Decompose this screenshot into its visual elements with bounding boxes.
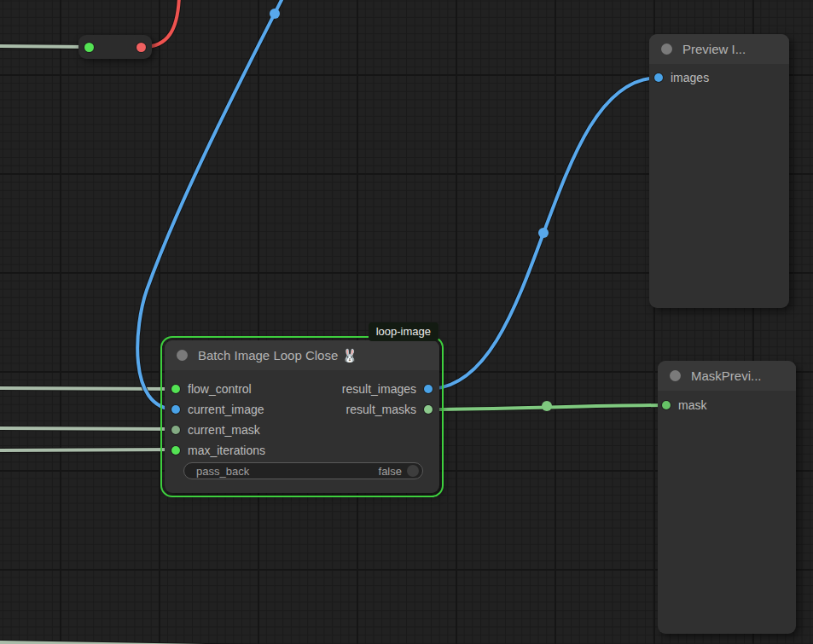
- input-port-mask[interactable]: [662, 401, 671, 409]
- collapsed-input-port[interactable]: [84, 43, 94, 52]
- input-row-mask: mask: [662, 395, 706, 415]
- widget-value: false: [379, 465, 402, 478]
- output-row-result-images: result_images: [342, 379, 433, 399]
- preview-image-node[interactable]: Preview I... images: [649, 34, 789, 308]
- input-row-current-mask: current_mask: [171, 420, 260, 440]
- collapse-dot-icon[interactable]: [670, 370, 681, 381]
- wire-max-iterations: [0, 450, 176, 450]
- output-port-result-masks[interactable]: [424, 405, 433, 414]
- input-port-flow-control[interactable]: [171, 385, 180, 393]
- input-port-images[interactable]: [654, 73, 663, 82]
- input-label: max_iterations: [188, 444, 265, 457]
- link-dot-result-images: [538, 228, 549, 238]
- input-label: current_image: [188, 403, 264, 416]
- node-graph-canvas[interactable]: loop-image Batch Image Loop Close 🐰 flow…: [0, 0, 813, 644]
- node-titlebar[interactable]: MaskPrevi...: [658, 361, 796, 391]
- input-label: current_mask: [188, 423, 260, 437]
- node-title: MaskPrevi...: [691, 368, 762, 383]
- input-row-max-iterations: max_iterations: [171, 440, 265, 461]
- output-port-result-images[interactable]: [424, 385, 433, 393]
- input-port-current-image[interactable]: [171, 405, 180, 414]
- input-row-images: images: [654, 67, 709, 88]
- input-label: mask: [678, 398, 706, 412]
- node-title: Preview I...: [682, 42, 746, 56]
- widget-name: pass_back: [196, 465, 379, 478]
- node-tag-badge: loop-image: [369, 322, 438, 341]
- batch-image-loop-close-node[interactable]: loop-image Batch Image Loop Close 🐰 flow…: [165, 340, 439, 493]
- collapsed-node[interactable]: [78, 35, 152, 59]
- collapse-dot-icon[interactable]: [661, 44, 672, 55]
- output-label: result_images: [342, 382, 416, 396]
- input-label: images: [671, 71, 709, 84]
- node-title: Batch Image Loop Close 🐰: [198, 348, 357, 363]
- wire-to-collapsed-input: [0, 46, 89, 47]
- input-port-max-iterations[interactable]: [171, 446, 180, 455]
- wire-flow-control: [0, 388, 176, 389]
- input-row-current-image: current_image: [171, 399, 264, 420]
- input-port-current-mask[interactable]: [171, 426, 180, 434]
- input-row-flow-control: flow_control: [171, 379, 252, 399]
- link-dot-result-masks: [542, 401, 552, 411]
- node-titlebar[interactable]: Batch Image Loop Close 🐰: [165, 340, 439, 370]
- collapse-dot-icon[interactable]: [177, 350, 188, 361]
- node-titlebar[interactable]: Preview I...: [649, 34, 789, 64]
- output-label: result_masks: [346, 403, 416, 416]
- toggle-knob-icon[interactable]: [407, 465, 419, 477]
- pass-back-toggle-widget[interactable]: pass_back false: [183, 462, 423, 479]
- input-label: flow_control: [188, 382, 252, 396]
- mask-preview-node[interactable]: MaskPrevi... mask: [658, 361, 796, 634]
- output-row-result-masks: result_masks: [346, 399, 433, 420]
- wire-current-mask: [0, 428, 176, 429]
- collapsed-output-port[interactable]: [136, 43, 146, 52]
- link-dot-current-image: [270, 9, 280, 19]
